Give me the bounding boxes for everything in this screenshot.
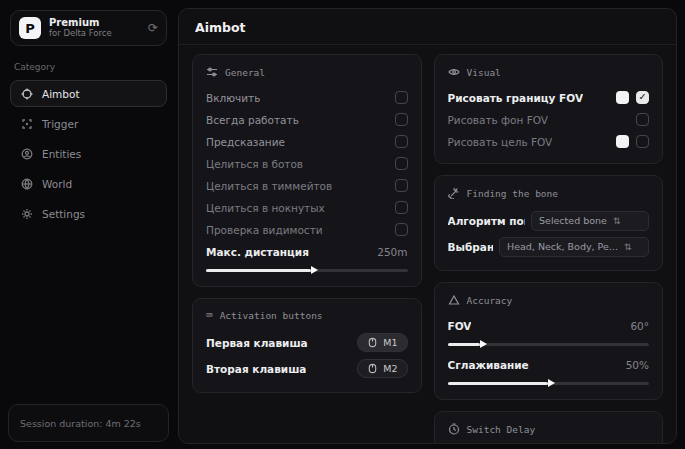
toggle-row-aim-knocked: Целиться в нокнутых	[206, 197, 408, 218]
left-column: General Включить Всегда работать Предска…	[192, 54, 422, 434]
aim-teammates-checkbox[interactable]	[395, 179, 408, 192]
bone-algorithm-select[interactable]: Selected bone ⇅	[531, 211, 649, 231]
max-distance-label: Макс. дистанция	[206, 246, 309, 258]
slider-thumb[interactable]	[480, 340, 487, 348]
aim-bots-checkbox[interactable]	[395, 157, 408, 170]
accuracy-card: Accuracy FOV 60° Сглаживание 50%	[434, 282, 664, 400]
visual-card: Visual Рисовать границу FOV Рисовать фон…	[434, 54, 664, 164]
visibility-check-checkbox[interactable]	[395, 223, 408, 236]
sidebar-item-aimbot[interactable]: Aimbot	[10, 80, 167, 107]
slider-fill	[206, 269, 311, 272]
switch-delay-card: Switch Delay Задержка переключения Задер…	[434, 411, 664, 443]
refresh-icon[interactable]: ⟳	[148, 21, 158, 35]
toggle-label: Целиться в тиммейтов	[206, 180, 332, 192]
first-key-row: Первая клавиша M1	[206, 330, 408, 355]
fov-border-color-swatch[interactable]	[616, 91, 629, 104]
bone-icon	[448, 187, 460, 199]
brand-card: P Premium for Delta Force ⟳	[10, 10, 167, 46]
toggle-row-aim-teammates: Целиться в тиммейтов	[206, 175, 408, 196]
second-key-button[interactable]: M2	[357, 359, 407, 378]
session-duration: Session duration: 4m 22s	[8, 404, 169, 442]
always-work-checkbox[interactable]	[395, 113, 408, 126]
toggle-label: Целиться в ботов	[206, 158, 303, 170]
max-distance-row: Макс. дистанция 250m	[206, 241, 408, 262]
bone-card-header: Finding the bone	[448, 187, 650, 199]
draw-fov-border-row: Рисовать границу FOV	[448, 87, 650, 108]
slider-thumb[interactable]	[548, 379, 555, 387]
sidebar-item-label: Aimbot	[42, 88, 80, 100]
selected-bones-label: Выбранные кос	[448, 241, 494, 253]
draw-fov-background-label: Рисовать фон FOV	[448, 114, 549, 126]
general-card-header: General	[206, 66, 408, 78]
smoothing-slider[interactable]	[448, 379, 650, 388]
general-card: General Включить Всегда работать Предска…	[192, 54, 422, 287]
entities-icon	[20, 147, 33, 160]
second-key-row: Вторая клавиша M2	[206, 356, 408, 381]
right-column: Visual Рисовать границу FOV Рисовать фон…	[434, 54, 664, 434]
enable-checkbox[interactable]	[395, 91, 408, 104]
trigger-icon	[20, 117, 33, 130]
switch-delay-card-title: Switch Delay	[467, 424, 536, 435]
fov-target-color-swatch[interactable]	[616, 135, 629, 148]
sidebar-item-label: Entities	[42, 148, 81, 160]
draw-fov-target-row: Рисовать цель FOV	[448, 131, 650, 152]
clock-icon	[448, 423, 460, 435]
controls	[616, 135, 649, 148]
sidebar-item-world[interactable]: World	[10, 170, 167, 197]
slider-thumb[interactable]	[311, 266, 318, 274]
draw-fov-background-row: Рисовать фон FOV	[448, 109, 650, 130]
bone-algorithm-row: Алгоритм поиска кост Selected bone ⇅	[448, 208, 650, 233]
max-distance-slider[interactable]	[206, 266, 408, 275]
crosshair-icon	[20, 87, 33, 100]
toggle-label: Всегда работать	[206, 114, 299, 126]
first-key-button[interactable]: M1	[357, 333, 407, 352]
max-distance-value: 250m	[377, 246, 407, 258]
draw-fov-background-checkbox[interactable]	[636, 113, 649, 126]
main-panel: Aimbot General Включить Всегда работать	[178, 8, 677, 444]
smoothing-value: 50%	[626, 359, 649, 371]
sidebar-item-label: Trigger	[42, 118, 78, 130]
bone-algorithm-label: Алгоритм поиска кост	[448, 215, 526, 227]
accuracy-card-header: Accuracy	[448, 294, 650, 306]
draw-fov-target-label: Рисовать цель FOV	[448, 136, 553, 148]
sliders-icon	[206, 66, 218, 78]
toggle-row-aim-bots: Целиться в ботов	[206, 153, 408, 174]
gear-icon	[20, 207, 33, 220]
sidebar-item-settings[interactable]: Settings	[10, 200, 167, 227]
prediction-checkbox[interactable]	[395, 135, 408, 148]
brand-logo: P	[19, 17, 41, 39]
slider-fill	[448, 343, 480, 346]
mouse-icon	[367, 363, 378, 374]
fov-slider[interactable]	[448, 340, 650, 349]
draw-fov-target-checkbox[interactable]	[636, 135, 649, 148]
bone-card-title: Finding the bone	[467, 188, 559, 199]
general-card-title: General	[225, 67, 265, 78]
aim-knocked-checkbox[interactable]	[395, 201, 408, 214]
sidebar-item-label: Settings	[42, 208, 85, 220]
draw-fov-border-checkbox[interactable]	[636, 91, 649, 104]
selected-bones-value: Head, Neck, Body, Pe...	[507, 241, 618, 252]
category-label: Category	[14, 62, 163, 72]
sidebar-item-entities[interactable]: Entities	[10, 140, 167, 167]
fov-row: FOV 60°	[448, 315, 650, 336]
first-key-label: Первая клавиша	[206, 337, 308, 349]
activation-card: ⌨ Activation buttons Первая клавиша M1 В…	[192, 298, 422, 393]
switch-delay-card-header: Switch Delay	[448, 423, 650, 435]
updown-arrows-icon: ⇅	[624, 242, 632, 252]
main-header: Aimbot	[179, 9, 676, 45]
second-key-value: M2	[383, 363, 397, 374]
sidebar-item-trigger[interactable]: Trigger	[10, 110, 167, 137]
toggle-row-always-work: Всегда работать	[206, 109, 408, 130]
toggle-label: Включить	[206, 92, 260, 104]
fov-value: 60°	[630, 320, 649, 332]
visual-card-header: Visual	[448, 66, 650, 78]
controls	[616, 91, 649, 104]
page-title: Aimbot	[195, 20, 660, 35]
accuracy-card-title: Accuracy	[467, 295, 513, 306]
globe-icon	[20, 177, 33, 190]
mouse-icon	[367, 337, 378, 348]
first-key-value: M1	[383, 337, 397, 348]
accuracy-icon	[448, 294, 460, 306]
bone-algorithm-value: Selected bone	[539, 215, 607, 226]
selected-bones-select[interactable]: Head, Neck, Body, Pe... ⇅	[499, 237, 649, 257]
